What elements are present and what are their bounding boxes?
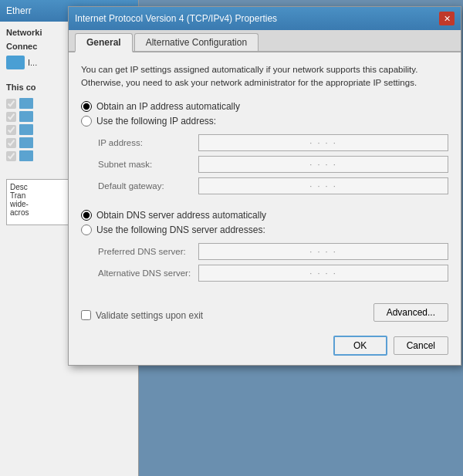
subnet-mask-value: · · · · <box>309 160 336 169</box>
cb-icon-4 <box>19 137 33 148</box>
tcpip-properties-dialog: Internet Protocol Version 4 (TCP/IPv4) P… <box>68 6 461 366</box>
checkbox-2 <box>6 112 16 122</box>
gateway-label: Default gateway: <box>98 181 198 191</box>
ip-address-row: IP address: · · · · <box>98 134 448 151</box>
auto-dns-radio[interactable] <box>81 210 92 221</box>
network-adapter-icon <box>6 56 25 69</box>
cancel-button[interactable]: Cancel <box>394 336 448 355</box>
ip-address-label: IP address: <box>98 138 198 147</box>
auto-ip-option[interactable]: Obtain an IP address automatically <box>81 101 448 112</box>
checkbox-4 <box>6 138 16 148</box>
subnet-mask-input[interactable]: · · · · <box>198 156 448 173</box>
bg-title-text: Etherr <box>6 5 32 16</box>
cb-icon-2 <box>19 111 33 122</box>
gateway-value: · · · · <box>309 181 336 191</box>
subnet-mask-row: Subnet mask: · · · · <box>98 156 448 173</box>
ip-fields: IP address: · · · · Subnet mask: · · · ·… <box>98 134 448 194</box>
checkbox-5 <box>6 151 16 161</box>
dialog-close-button[interactable]: ✕ <box>439 12 455 25</box>
manual-dns-option[interactable]: Use the following DNS server addresses: <box>81 224 448 235</box>
validate-row: Validate settings upon exit <box>81 310 203 321</box>
dialog-title: Internet Protocol Version 4 (TCP/IPv4) P… <box>75 13 277 24</box>
dialog-titlebar: Internet Protocol Version 4 (TCP/IPv4) P… <box>69 7 461 30</box>
manual-ip-label: Use the following IP address: <box>96 116 216 127</box>
bg-icon-label: I... <box>28 58 37 67</box>
auto-ip-radio[interactable] <box>81 101 92 112</box>
manual-dns-label: Use the following DNS server addresses: <box>96 224 265 235</box>
subnet-mask-label: Subnet mask: <box>98 160 198 169</box>
alternate-dns-row: Alternative DNS server: · · · · <box>98 265 448 282</box>
preferred-dns-input[interactable]: · · · · <box>198 243 448 260</box>
preferred-dns-row: Preferred DNS server: · · · · <box>98 243 448 260</box>
preferred-dns-label: Preferred DNS server: <box>98 247 198 256</box>
cb-icon-1 <box>19 98 33 109</box>
checkbox-3 <box>6 125 16 135</box>
ip-address-value: · · · · <box>309 138 336 147</box>
cb-icon-3 <box>19 124 33 135</box>
gateway-input[interactable]: · · · · <box>198 177 448 194</box>
dialog-footer: OK Cancel <box>69 329 461 365</box>
manual-ip-radio[interactable] <box>81 116 92 127</box>
checkbox-1 <box>6 99 16 109</box>
manual-ip-option[interactable]: Use the following IP address: <box>81 116 448 127</box>
alternate-dns-input[interactable]: · · · · <box>198 265 448 282</box>
alternate-dns-value: · · · · <box>309 268 336 278</box>
alternate-dns-label: Alternative DNS server: <box>98 268 198 278</box>
info-text: You can get IP settings assigned automat… <box>81 63 448 90</box>
bottom-row: Validate settings upon exit Advanced... <box>69 299 461 329</box>
dialog-body: You can get IP settings assigned automat… <box>69 52 461 299</box>
manual-dns-radio[interactable] <box>81 224 92 235</box>
auto-dns-label: Obtain DNS server address automatically <box>96 210 266 221</box>
cb-icon-5 <box>19 150 33 161</box>
tab-general[interactable]: General <box>75 33 133 52</box>
preferred-dns-value: · · · · <box>309 247 336 256</box>
tab-bar: General Alternative Configuration <box>69 30 461 52</box>
gateway-row: Default gateway: · · · · <box>98 177 448 194</box>
tab-alternative-config[interactable]: Alternative Configuration <box>134 33 259 51</box>
ip-address-input[interactable]: · · · · <box>198 134 448 151</box>
auto-dns-option[interactable]: Obtain DNS server address automatically <box>81 210 448 221</box>
advanced-button[interactable]: Advanced... <box>373 303 448 322</box>
ok-button[interactable]: OK <box>333 336 387 356</box>
dns-fields: Preferred DNS server: · · · · Alternativ… <box>98 243 448 282</box>
validate-label: Validate settings upon exit <box>96 310 203 321</box>
auto-ip-label: Obtain an IP address automatically <box>96 101 240 112</box>
validate-checkbox[interactable] <box>81 310 91 320</box>
dns-radio-group: Obtain DNS server address automatically … <box>81 210 448 235</box>
ip-radio-group: Obtain an IP address automatically Use t… <box>81 101 448 127</box>
